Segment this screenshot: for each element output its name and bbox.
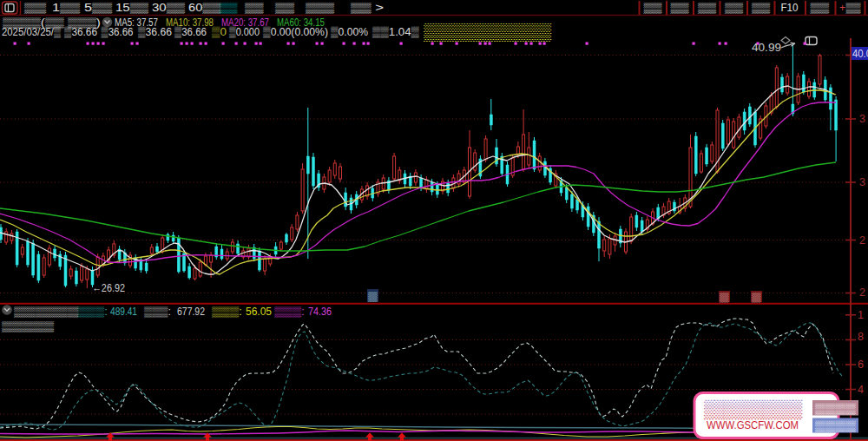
svg-text:▒36.66: ▒36.66 xyxy=(138,26,172,38)
svg-text:▒36.66: ▒36.66 xyxy=(64,26,97,38)
svg-text:▒▒▒:: ▒▒▒: xyxy=(144,306,171,318)
svg-text:▒▒▒: ▒▒▒ xyxy=(306,2,335,14)
svg-text:1: 1 xyxy=(858,309,864,321)
svg-text:1▒▒: 1▒▒ xyxy=(52,2,81,14)
svg-text:▒▒: ▒▒ xyxy=(671,2,690,14)
svg-text:6: 6 xyxy=(858,359,864,371)
svg-text:489.41: 489.41 xyxy=(110,306,137,318)
svg-text:▒▒: ▒▒ xyxy=(698,2,717,14)
svg-text:←26.92: ←26.92 xyxy=(92,281,125,294)
svg-text:▒▒ >: ▒▒ > xyxy=(351,2,384,14)
svg-text:8: 8 xyxy=(858,331,864,343)
svg-text:40.0: 40.0 xyxy=(852,48,868,60)
svg-text:5▒▒: 5▒▒ xyxy=(84,2,113,14)
svg-text:▒0: ▒0 xyxy=(212,26,227,38)
svg-text:F10: F10 xyxy=(781,2,799,14)
svg-text:▒▒▒▒▒▒: ▒▒▒▒▒▒ xyxy=(14,306,79,318)
svg-text:▒▒: ▒▒ xyxy=(752,2,771,14)
svg-text:▒▒▒▒▒▒▒: ▒▒▒▒▒▒▒ xyxy=(424,22,551,42)
svg-text:▒▒: ▒▒ xyxy=(644,2,663,14)
svg-text:▒▒1.04▒: ▒▒1.04▒ xyxy=(372,26,419,38)
svg-text:60▒▒: 60▒▒ xyxy=(188,2,221,14)
svg-text:▒▒: ▒▒ xyxy=(811,2,830,14)
svg-text:4: 4 xyxy=(858,384,864,396)
svg-text:▒▒: ▒▒ xyxy=(24,2,47,14)
svg-text:+: + xyxy=(839,2,845,14)
svg-text:▒36.66: ▒36.66 xyxy=(174,26,207,38)
svg-text:40.99: 40.99 xyxy=(752,41,781,54)
svg-text:▒: ▒ xyxy=(752,292,761,303)
svg-text:74.36: 74.36 xyxy=(308,306,332,318)
svg-text:56.05: 56.05 xyxy=(246,306,272,318)
svg-text:3: 3 xyxy=(859,176,865,188)
svg-text:▒▒▒:: ▒▒▒: xyxy=(77,306,108,318)
svg-text:2: 2 xyxy=(859,234,865,247)
svg-text:▒▒: ▒▒ xyxy=(220,2,239,14)
svg-text:WWW.GSCFW.COM: WWW.GSCFW.COM xyxy=(707,419,799,431)
svg-text:30▒▒: 30▒▒ xyxy=(152,2,186,14)
svg-text:3: 3 xyxy=(859,113,865,125)
svg-text:▒▒▒▒▒: ▒▒▒▒▒ xyxy=(2,320,55,332)
svg-text:▒▒▒▒: ▒▒▒▒ xyxy=(815,403,856,415)
svg-text:▒▒▒▒▒: ▒▒▒▒▒ xyxy=(704,398,804,420)
svg-text:▒0.000: ▒0.000 xyxy=(229,26,260,38)
svg-text:▒: ▒ xyxy=(368,291,378,302)
svg-text:▒: ▒ xyxy=(720,292,729,303)
svg-text:▒0.00(0.00%): ▒0.00(0.00%) xyxy=(263,26,328,38)
svg-text:▒▒▒▒: ▒▒▒▒ xyxy=(815,420,856,432)
svg-text:▒▒: ▒▒ xyxy=(725,2,744,14)
svg-text:2025/03/25/▒: 2025/03/25/▒ xyxy=(2,26,61,38)
svg-text:▒▒: ▒▒ xyxy=(275,2,295,14)
svg-text:2: 2 xyxy=(859,286,865,299)
svg-text:▒▒: ▒▒ xyxy=(846,2,861,14)
svg-text:15▒▒: 15▒▒ xyxy=(115,2,149,14)
svg-text:▒36.66: ▒36.66 xyxy=(102,26,134,38)
svg-text:677.92: 677.92 xyxy=(177,306,205,318)
svg-text:▒▒: ▒▒ xyxy=(245,2,264,14)
svg-text:▒▒▒:: ▒▒▒: xyxy=(212,306,242,318)
svg-text:▒0.00%: ▒0.00% xyxy=(331,26,368,38)
svg-text:▒▒▒:: ▒▒▒: xyxy=(274,306,305,318)
